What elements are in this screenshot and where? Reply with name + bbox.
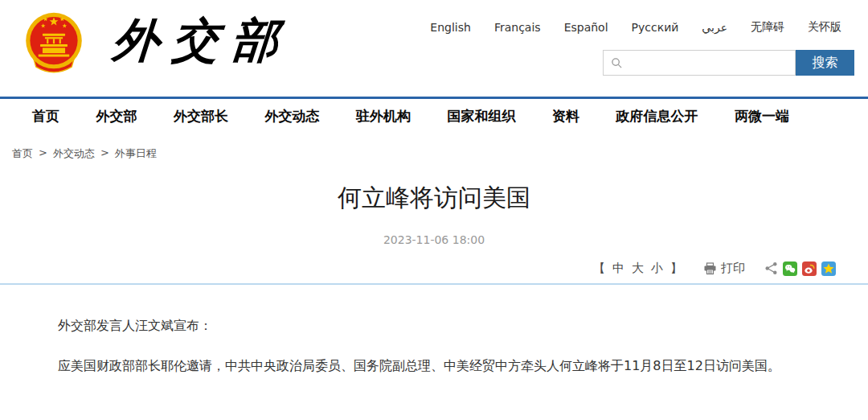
nav-item-foreign-minister[interactable]: 外交部长: [174, 107, 228, 126]
article-toolbar: 【 中 大 小 】 打印: [593, 261, 836, 276]
lang-english[interactable]: English: [430, 21, 471, 34]
font-size-controls: 【 中 大 小 】: [593, 261, 682, 276]
font-medium-button[interactable]: 中: [612, 261, 624, 276]
lang-arabic[interactable]: عربي: [702, 21, 727, 34]
publish-datetime: 2023-11-06 18:00: [0, 233, 868, 246]
page-title: 何立峰将访问美国: [0, 182, 868, 215]
link-accessibility-version[interactable]: 无障碍: [751, 20, 784, 35]
wechat-share-icon[interactable]: [783, 261, 797, 276]
nav-item-diplomatic-activities[interactable]: 外交动态: [265, 107, 320, 126]
national-emblem-logo: [24, 9, 84, 80]
search-button[interactable]: 搜索: [796, 50, 854, 76]
breadcrumb-separator: >: [39, 146, 47, 161]
font-small-button[interactable]: 小: [651, 261, 663, 276]
breadcrumb-separator: >: [100, 146, 109, 161]
search-icon: [611, 57, 623, 69]
nav-item-gov-info-disclosure[interactable]: 政府信息公开: [616, 107, 698, 126]
search-input[interactable]: [623, 51, 795, 74]
main-nav: 首页 外交部 外交部长 外交动态 驻外机构 国家和组织 资料 政府信息公开 两微…: [0, 99, 868, 133]
language-links: English Français Español Русский عربي 无障…: [430, 20, 841, 35]
nav-item-home[interactable]: 首页: [32, 107, 59, 126]
nav-item-wechat-weibo-app[interactable]: 两微一端: [735, 107, 789, 126]
breadcrumb-home[interactable]: 首页: [12, 146, 33, 161]
nav-item-resources[interactable]: 资料: [552, 107, 579, 126]
content-divider-line: [0, 283, 868, 285]
lang-french[interactable]: Français: [494, 21, 541, 34]
font-size-bracket-close: 】: [670, 261, 682, 276]
print-label: 打印: [721, 261, 745, 276]
weibo-share-icon[interactable]: [802, 261, 817, 276]
article-paragraph: 外交部发言人汪文斌宣布：: [32, 317, 836, 335]
link-care-version[interactable]: 关怀版: [808, 20, 841, 35]
lang-spanish[interactable]: Español: [564, 21, 608, 34]
nav-item-missions-abroad[interactable]: 驻外机构: [356, 107, 411, 126]
lang-russian[interactable]: Русский: [632, 21, 679, 34]
share-buttons: [764, 261, 836, 276]
search-box: [603, 50, 796, 76]
mfa-calligraphy-title: 外交部: [110, 10, 293, 72]
search-bar: 搜索: [603, 50, 854, 76]
nav-item-countries-organizations[interactable]: 国家和组织: [448, 107, 516, 126]
mfa-page: 外交部 English Français Español Русский عرب…: [0, 0, 868, 420]
font-large-button[interactable]: 大: [632, 261, 644, 276]
font-size-bracket-open: 【: [593, 261, 605, 276]
breadcrumb-diplomatic-activities[interactable]: 外交动态: [53, 146, 95, 161]
article-paragraph: 应美国财政部部长耶伦邀请，中共中央政治局委员、国务院副总理、中美经贸中方牵头人何…: [32, 357, 836, 375]
printer-icon: [703, 262, 717, 275]
nav-item-mfa[interactable]: 外交部: [96, 107, 137, 126]
breadcrumb-foreign-affairs-schedule[interactable]: 外事日程: [115, 146, 157, 161]
qzone-share-icon[interactable]: [821, 261, 836, 276]
print-button[interactable]: 打印: [703, 261, 745, 276]
breadcrumb: 首页 > 外交动态 > 外事日程: [12, 146, 157, 161]
share-icon[interactable]: [764, 261, 778, 275]
